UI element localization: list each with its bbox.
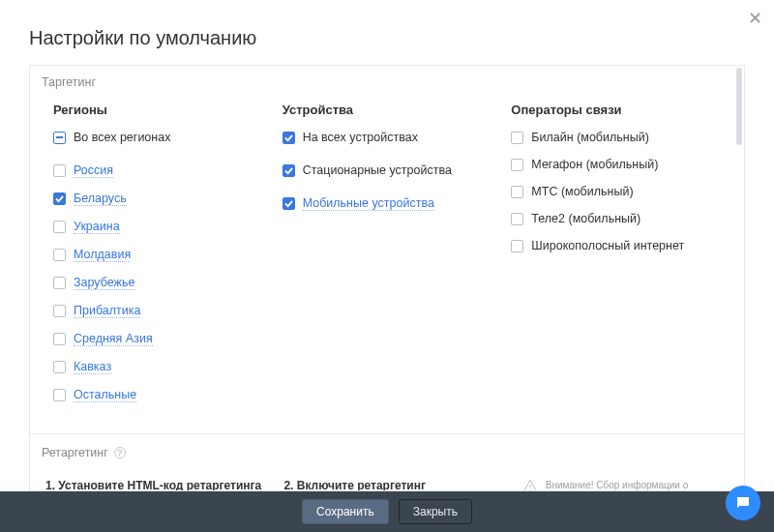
carrier-item-row: Мегафон (мобильный)	[511, 158, 725, 171]
region-item-checkbox[interactable]	[53, 192, 66, 205]
carrier-item-label: Мегафон (мобильный)	[531, 158, 658, 171]
modal-title: Настройки по умолчанию	[0, 0, 774, 65]
regions-all-checkbox[interactable]	[53, 132, 66, 144]
region-item-checkbox[interactable]	[53, 277, 66, 289]
devices-all-row: На всех устройствах	[283, 131, 496, 144]
warning-text: Внимание! Сбор информации о посетителях …	[546, 479, 725, 491]
region-item-checkbox[interactable]	[53, 361, 66, 373]
carrier-item-checkbox[interactable]	[511, 240, 523, 252]
device-item-row: Стационарные устройства	[283, 163, 496, 177]
carrier-item-checkbox[interactable]	[511, 159, 523, 171]
retargeting-body: 1. Установите HTML-код ретаргетинга на в…	[30, 469, 744, 491]
region-item-checkbox[interactable]	[53, 164, 66, 177]
region-item-row: Украина	[53, 220, 267, 234]
region-item-checkbox[interactable]	[53, 389, 66, 401]
region-item-label[interactable]: Остальные	[74, 388, 136, 402]
regions-heading: Регионы	[53, 103, 267, 117]
carrier-item-label: Билайн (мобильный)	[531, 131, 648, 144]
region-item-checkbox[interactable]	[53, 305, 66, 317]
carrier-item-row: Широкополосный интернет	[511, 239, 725, 252]
carrier-item-row: Билайн (мобильный)	[511, 131, 725, 144]
svg-point-1	[529, 489, 530, 490]
region-item-row: Остальные	[53, 388, 267, 402]
region-item-checkbox[interactable]	[53, 333, 66, 345]
region-item-label[interactable]: Беларусь	[74, 192, 127, 206]
device-item-label: Стационарные устройства	[303, 163, 452, 177]
step1-title: 1. Установите HTML-код ретаргетинга на в…	[45, 479, 270, 491]
device-item-label[interactable]: Мобильные устройства	[303, 196, 434, 211]
carrier-item-checkbox[interactable]	[511, 213, 523, 225]
footer-bar: Сохранить Закрыть	[0, 491, 774, 532]
regions-column: Регионы Во всех регионах РоссияБеларусьУ…	[53, 103, 267, 416]
device-item-row: Мобильные устройства	[283, 196, 496, 211]
step2-title: 2. Включите ретаргетинг	[283, 479, 508, 491]
save-button[interactable]: Сохранить	[302, 499, 389, 524]
devices-all-label: На всех устройствах	[303, 131, 418, 144]
region-item-row: Россия	[53, 163, 267, 178]
retargeting-section-header[interactable]: Ретаргетинг ?	[30, 433, 744, 469]
targeting-body: Регионы Во всех регионах РоссияБеларусьУ…	[30, 97, 744, 433]
region-item-label[interactable]: Россия	[74, 163, 113, 178]
region-item-row: Зарубежье	[53, 276, 267, 290]
region-item-row: Средняя Азия	[53, 332, 267, 346]
warning-icon	[522, 479, 538, 491]
carriers-column: Операторы связи Билайн (мобильный)Мегафо…	[511, 103, 725, 416]
region-item-checkbox[interactable]	[53, 221, 66, 233]
region-item-label[interactable]: Зарубежье	[74, 276, 134, 290]
devices-column: Устройства На всех устройствах Стационар…	[283, 103, 496, 416]
carrier-item-checkbox[interactable]	[511, 132, 523, 144]
carriers-heading: Операторы связи	[511, 103, 725, 117]
regions-all-row: Во всех регионах	[53, 131, 267, 144]
settings-modal: ✕ Настройки по умолчанию Таргетинг Регио…	[0, 0, 774, 532]
region-item-checkbox[interactable]	[53, 249, 66, 261]
close-icon[interactable]: ✕	[748, 10, 762, 27]
retargeting-warning: Внимание! Сбор информации о посетителях …	[522, 479, 725, 491]
device-item-checkbox[interactable]	[283, 164, 295, 177]
region-item-row: Беларусь	[53, 192, 267, 206]
region-item-label[interactable]: Прибалтика	[74, 304, 140, 318]
carrier-item-row: Теле2 (мобильный)	[511, 212, 725, 225]
region-item-label[interactable]: Средняя Азия	[74, 332, 153, 346]
carrier-item-label: МТС (мобильный)	[531, 185, 633, 198]
region-item-label[interactable]: Украина	[74, 220, 120, 234]
carrier-item-row: МТС (мобильный)	[511, 185, 725, 198]
region-item-row: Кавказ	[53, 360, 267, 374]
region-item-row: Прибалтика	[53, 304, 267, 318]
regions-all-label: Во всех регионах	[74, 131, 170, 144]
region-item-label[interactable]: Молдавия	[74, 248, 131, 262]
devices-all-checkbox[interactable]	[283, 132, 295, 144]
retargeting-section-label: Ретаргетинг	[42, 446, 108, 459]
retargeting-step-1: 1. Установите HTML-код ретаргетинга на в…	[45, 479, 270, 491]
devices-heading: Устройства	[283, 103, 496, 117]
region-item-label[interactable]: Кавказ	[74, 360, 111, 374]
region-item-row: Молдавия	[53, 248, 267, 262]
carrier-item-label: Теле2 (мобильный)	[531, 212, 640, 225]
retargeting-step-2: 2. Включите ретаргетинг ✓ Более высокий …	[283, 479, 508, 491]
device-item-checkbox[interactable]	[283, 197, 295, 210]
chat-bubble-icon[interactable]	[726, 486, 760, 520]
carrier-item-label: Широкополосный интернет	[531, 239, 684, 252]
targeting-section-label: Таргетинг	[30, 66, 744, 97]
close-button[interactable]: Закрыть	[399, 499, 472, 524]
help-icon[interactable]: ?	[114, 447, 126, 458]
scrollbar[interactable]	[736, 68, 742, 145]
carrier-item-checkbox[interactable]	[511, 186, 523, 198]
scroll-area[interactable]: Таргетинг Регионы Во всех регионах Росси…	[29, 65, 745, 491]
